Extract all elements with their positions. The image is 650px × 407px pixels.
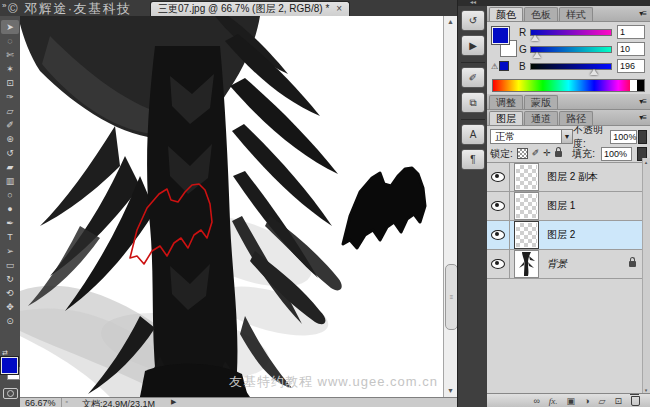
healing-brush-tool-icon[interactable]: ▱	[1, 104, 19, 118]
layer-row-layer2-selected[interactable]: 图层 2	[487, 221, 650, 250]
blur-tool-icon[interactable]: ○	[1, 188, 19, 202]
opacity-scrubber-icon[interactable]	[638, 130, 647, 144]
adjustment-layer-icon[interactable]: ◑	[584, 396, 589, 406]
black-chip[interactable]	[637, 80, 644, 91]
layer-row-layer1[interactable]: 图层 1	[487, 192, 650, 221]
new-layer-icon[interactable]: ⊡	[614, 396, 622, 406]
new-group-icon[interactable]: ▱	[599, 396, 606, 406]
zoom-tool-icon[interactable]: ⊙	[1, 314, 19, 328]
opacity-field[interactable]: 100%	[610, 130, 637, 144]
actions-panel-icon[interactable]: ▶	[461, 35, 485, 56]
tab-paths[interactable]: 路径	[559, 111, 593, 125]
canvas-area[interactable]: 友基特约教程 www.ugee.com.cn	[20, 16, 443, 397]
tab-adjustments[interactable]: 调整	[489, 95, 523, 109]
foreground-color-swatch[interactable]	[492, 27, 509, 44]
status-options-icon[interactable]: ▶	[165, 398, 182, 406]
brush-tool-icon[interactable]: ✐	[1, 118, 19, 132]
move-tool-icon[interactable]: ➤	[1, 20, 19, 34]
quick-mask-button[interactable]	[3, 388, 18, 399]
layer-name[interactable]: 图层 2	[547, 228, 575, 242]
red-value-field[interactable]: 1	[617, 25, 645, 39]
dock-collapse-icon[interactable]: ◂◂	[458, 0, 488, 6]
lock-transparency-icon[interactable]	[517, 148, 528, 159]
eye-icon[interactable]	[491, 259, 505, 269]
eyedropper-tool-icon[interactable]: ✑	[1, 90, 19, 104]
brushes-panel-icon[interactable]: ✐	[461, 67, 485, 88]
foreground-color-swatch[interactable]	[1, 357, 18, 374]
panel-menu-icon[interactable]: ▾≡	[639, 113, 646, 122]
blend-mode-select[interactable]: 正常	[490, 129, 562, 144]
type-tool-icon[interactable]: T	[1, 230, 19, 244]
eye-icon[interactable]	[491, 172, 505, 182]
clone-source-panel-icon[interactable]: ⧉	[461, 92, 485, 113]
lasso-tool-icon[interactable]: ✄	[1, 48, 19, 62]
lock-paint-icon[interactable]: ✐	[532, 149, 540, 158]
dodge-tool-icon[interactable]: ●	[1, 202, 19, 216]
hand-tool-icon[interactable]: ✥	[1, 300, 19, 314]
green-slider-thumb[interactable]	[533, 52, 541, 58]
blue-slider[interactable]	[530, 63, 612, 70]
gradient-tool-icon[interactable]: ▥	[1, 174, 19, 188]
eye-icon[interactable]	[491, 201, 505, 211]
layer-row-layer2-copy[interactable]: 图层 2 副本	[487, 163, 650, 192]
tab-layers[interactable]: 图层	[489, 111, 523, 125]
layer-name[interactable]: 背景	[547, 257, 567, 271]
shape-tool-icon[interactable]: ▭	[1, 258, 19, 272]
gamut-warning-icon[interactable]: ⚠	[491, 62, 498, 71]
delete-layer-icon[interactable]	[631, 396, 640, 406]
red-slider[interactable]	[530, 29, 612, 36]
gamut-color-chip[interactable]	[499, 61, 509, 71]
crop-tool-icon[interactable]: ⊡	[1, 76, 19, 90]
zoom-level-field[interactable]: 66.67%	[20, 398, 62, 407]
toolbar-overflow-icon[interactable]: »	[2, 1, 6, 10]
eye-icon[interactable]	[491, 230, 505, 240]
orbit-tool-icon[interactable]: ⟲	[1, 286, 19, 300]
link-layers-icon[interactable]: ∞	[533, 396, 539, 406]
scroll-down-icon[interactable]: ▼	[444, 385, 457, 397]
visibility-cell[interactable]	[487, 192, 510, 220]
scroll-up-icon[interactable]: ▲	[444, 16, 457, 28]
close-icon[interactable]: ×	[336, 4, 342, 14]
tab-styles[interactable]: 样式	[559, 7, 593, 21]
scroll-up-icon[interactable]: ▴	[643, 159, 649, 165]
color-spectrum-ramp[interactable]	[492, 79, 645, 92]
pen-tool-icon[interactable]: ✒	[1, 216, 19, 230]
layers-scrollbar[interactable]: ▴ ▾	[642, 158, 650, 394]
magic-wand-tool-icon[interactable]: ✶	[1, 62, 19, 76]
rotate-view-tool-icon[interactable]: ↻	[1, 272, 19, 286]
clone-stamp-tool-icon[interactable]: ⊛	[1, 132, 19, 146]
layer-thumbnail[interactable]	[515, 251, 538, 277]
layer-name[interactable]: 图层 1	[547, 199, 575, 213]
tab-channels[interactable]: 通道	[524, 111, 558, 125]
document-vertical-scrollbar[interactable]: ▲ ≡ ▼	[443, 16, 458, 397]
lock-position-icon[interactable]: ✛	[543, 149, 551, 158]
green-value-field[interactable]: 10	[617, 42, 645, 56]
history-brush-tool-icon[interactable]: ↺	[1, 146, 19, 160]
document-tab[interactable]: 三更07.jpg @ 66.7% (图层 2, RGB/8) * ×	[150, 1, 350, 16]
tab-color[interactable]: 颜色	[489, 7, 523, 21]
layer-thumbnail[interactable]	[515, 164, 538, 190]
layer-thumbnail[interactable]	[515, 193, 538, 219]
panel-menu-icon[interactable]: ▾≡	[639, 9, 646, 18]
blue-slider-thumb[interactable]	[590, 69, 598, 75]
eraser-tool-icon[interactable]: ▰	[1, 160, 19, 174]
red-slider-thumb[interactable]	[531, 35, 539, 41]
visibility-cell[interactable]	[487, 163, 510, 191]
tab-swatches[interactable]: 色板	[524, 7, 558, 21]
visibility-cell[interactable]	[487, 221, 510, 249]
chevron-down-icon[interactable]: ▼	[562, 129, 573, 144]
layer-name[interactable]: 图层 2 副本	[547, 170, 598, 184]
white-chip[interactable]	[630, 80, 637, 91]
blue-value-field[interactable]: 196	[617, 59, 645, 73]
visibility-cell[interactable]	[487, 250, 510, 278]
tab-masks[interactable]: 蒙版	[524, 95, 558, 109]
green-slider[interactable]	[530, 46, 612, 53]
layer-thumbnail[interactable]	[515, 222, 538, 248]
paragraph-panel-icon[interactable]: ¶	[461, 149, 485, 170]
marquee-tool-icon[interactable]: ◌	[1, 34, 19, 48]
swap-colors-icon[interactable]: ⇄	[2, 349, 8, 357]
layer-style-icon[interactable]: fx.	[549, 396, 558, 406]
lock-all-icon[interactable]	[555, 151, 562, 157]
panel-menu-icon[interactable]: ▾≡	[639, 97, 646, 106]
add-layer-mask-icon[interactable]: ▣	[567, 396, 576, 406]
